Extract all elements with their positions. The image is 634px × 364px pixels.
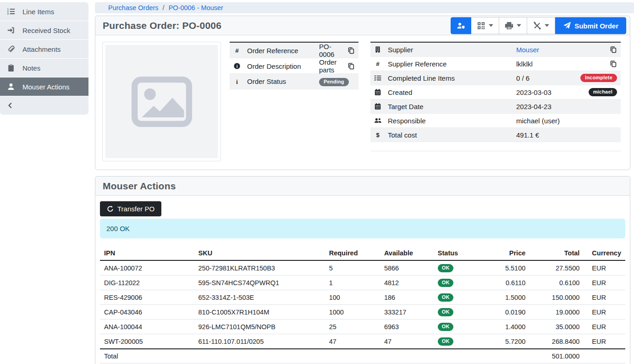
table-footer-row: Total501.0000 [100,349,625,364]
column-header-available: Available [380,248,434,260]
detail-value: 2023-04-23 [516,103,551,110]
sidebar-item-label: Attachments [22,45,61,53]
detail-row: iOrder DescriptionOrder parts [230,58,358,74]
svg-text:$: $ [376,132,380,138]
detail-label: Supplier [388,46,516,54]
cell-sku: 810-C1005X7R1H104M [194,305,325,320]
sidebar-item-attachments[interactable]: Attachments [0,40,88,58]
cell-sku: 926-LMC7101QM5/NOPB [194,320,325,334]
detail-label: Target Date [388,103,516,110]
purchase-order-panel: Purchase Order: PO-0006 [95,16,630,170]
cell-required: 47 [325,334,380,349]
order-image-card [102,42,221,161]
table-row: CAP-043046810-C1005X7R1H104M1000333217OK… [100,305,625,320]
column-header-currency: Currency [584,248,625,260]
cell-ipn: CAP-043046 [100,305,194,320]
submit-order-label: Submit Order [574,22,618,29]
mouser-actions-panel: Mouser Actions Transfer PO 200 OK IPNSKU… [95,176,630,364]
cell-required: 1 [325,276,380,290]
user-shield-icon [457,21,465,30]
footer-empty-cell [480,349,530,364]
cell-total: 150.0000 [529,290,584,305]
list-check-icon [374,74,381,82]
sidebar-item-received-stock[interactable]: Received Stock [0,21,88,39]
copy-icon[interactable] [610,60,617,67]
ok-status-badge: OK [438,279,454,287]
detail-row: #Order ReferencePO-0006 [230,43,358,58]
cell-ipn: DIG-112022 [100,276,194,290]
cell-sku: 595-SN74HCS74QPWRQ1 [194,276,325,290]
footer-empty-cell [194,349,325,364]
sidebar: 123Line ItemsReceived StockAttachmentsNo… [0,2,88,115]
breadcrumb-link-current-order[interactable]: PO-0006 - Mouser [169,4,223,11]
copy-icon[interactable] [347,47,355,54]
clipboard-icon [7,64,15,72]
qrcode-icon [477,21,485,30]
list-ol-icon: 123 [7,7,15,16]
sidebar-collapse-button[interactable] [0,96,88,115]
info-icon: i [233,78,241,85]
column-header-required: Required [325,248,380,260]
svg-text:i: i [237,64,238,69]
supplier-details-table: SupplierMouser#Supplier Referencelklklkl… [370,42,621,151]
sidebar-item-label: Received Stock [22,27,70,34]
column-header-sku: SKU [194,248,325,260]
svg-text:#: # [376,61,380,67]
footer-total-label: Total [100,349,194,364]
cell-currency: EUR [584,290,625,305]
caret-down-icon [489,24,493,27]
sidebar-item-line-items[interactable]: 123Line Items [0,2,88,21]
user-permissions-button[interactable] [451,17,471,34]
copy-icon[interactable] [347,62,355,70]
cell-sku: 652-3314Z-1-503E [194,290,325,305]
building-icon [374,46,381,53]
print-actions-button[interactable] [499,17,527,34]
cell-available: 4812 [380,276,434,290]
detail-row: iOrder StatusPending [230,74,358,89]
detail-value: lklklkl [516,60,533,68]
status-alert-text: 200 OK [106,225,130,232]
cell-total: 27.5500 [529,260,584,276]
svg-text:3: 3 [7,12,9,15]
footer-empty-cell [584,349,625,364]
breadcrumb-link-purchase-orders[interactable]: Purchase Orders [108,4,159,11]
sidebar-item-label: Line Items [22,8,54,16]
svg-text:#: # [235,47,239,54]
detail-label: Total cost [388,131,516,139]
ok-status-badge: OK [438,308,454,316]
sidebar-item-notes[interactable]: Notes [0,59,88,77]
calendar-icon [374,88,381,96]
status-badge: Incomplete [580,74,617,82]
detail-value: 2023-03-03 [516,88,551,96]
column-header-ipn: IPN [100,248,194,260]
detail-row: SupplierMouser [370,43,621,57]
caret-down-icon [517,24,521,27]
cell-required: 1000 [325,305,380,320]
cell-required: 5 [325,260,380,276]
transfer-po-button[interactable]: Transfer PO [100,201,161,216]
cell-required: 100 [325,290,380,305]
order-options-button[interactable] [527,17,555,34]
detail-value-link[interactable]: Mouser [516,46,539,54]
ok-status-badge: OK [438,337,454,346]
sidebar-item-mouser-actions[interactable]: Mouser Actions [0,77,88,96]
image-placeholder-icon [132,76,192,127]
column-header-status: Status [434,248,480,260]
copy-icon[interactable] [610,46,617,53]
cell-sku: 250-72981KLRATR150B3 [194,260,325,276]
detail-label: Created [388,88,516,96]
ok-status-badge: OK [438,323,454,331]
cell-price: 5.7200 [480,334,530,349]
svg-text:i: i [236,78,238,85]
cell-available: 186 [380,290,434,305]
footer-empty-cell [434,349,480,364]
sidebar-item-label: Notes [22,64,40,72]
detail-row: Created2023-03-03michael [370,85,621,99]
cell-status: OK [434,320,480,334]
status-alert: 200 OK [100,219,625,238]
barcode-actions-button[interactable] [471,17,499,34]
detail-label: Order Description [247,62,319,70]
submit-order-button[interactable]: Submit Order [555,17,626,34]
table-row: SWT-200005611-110.107.011/02054747OK5.72… [100,334,625,349]
cell-available: 5866 [380,260,434,276]
